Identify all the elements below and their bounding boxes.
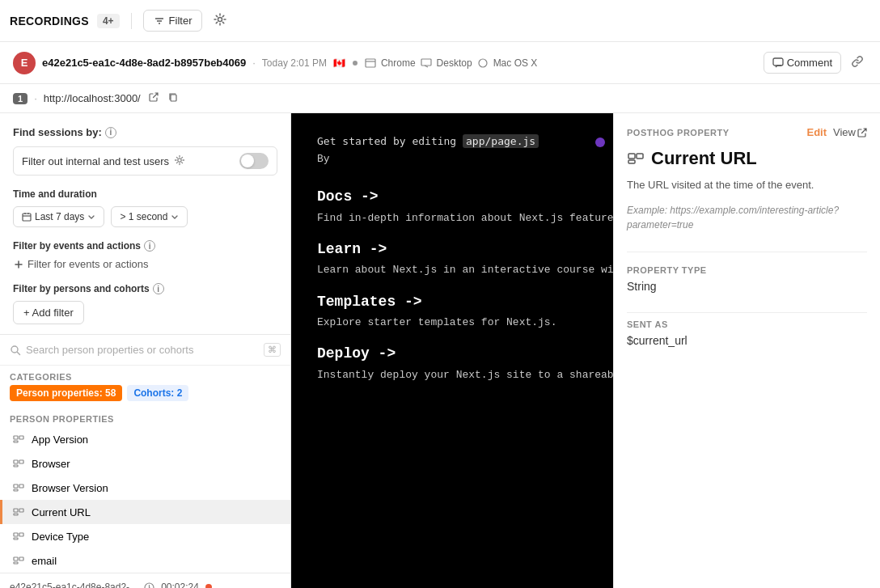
share-link-button[interactable] [848,52,867,74]
property-panel: POSTHOG PROPERTY Edit View [613,113,880,588]
gear-small-icon [174,154,185,166]
prop-icon-email [12,554,25,567]
prop-label-current-url: Current URL [32,506,91,518]
filter-persons-info-icon: i [153,283,164,294]
prop-label-device-type: Device Type [32,531,89,543]
prop-item-browser-version[interactable]: Browser Version [0,476,290,500]
divider-2 [627,312,867,313]
filter-internal-users-row: Filter out internal and test users [13,146,277,176]
svg-rect-42 [628,160,635,163]
filter-persons-title: Filter by persons and cohorts i [13,283,164,294]
svg-rect-28 [19,484,23,488]
flag-icon: 🇨🇦 [333,57,345,69]
sidebar: Find sessions by: i Filter out internal … [0,113,291,588]
prop-panel-header: POSTHOG PROPERTY Edit View [627,126,867,138]
svg-rect-37 [19,557,23,561]
svg-point-4 [353,61,358,66]
recording-dot [205,584,212,588]
keyboard-icon: ⌘ [264,343,281,357]
sent-as-label: SENT AS [627,319,867,329]
svg-point-3 [218,18,222,22]
settings-button[interactable] [210,10,230,32]
duration-button[interactable]: > 1 second [111,206,188,227]
filter-button[interactable]: Filter [143,10,203,32]
prop-panel-desc: The URL visited at the time of the event… [627,177,867,193]
search-icon [10,345,21,356]
find-sessions-info-icon: i [105,127,116,138]
recordings-label: RECORDINGS [10,15,89,27]
prop-icon-app-version [12,433,25,446]
svg-rect-41 [637,154,643,159]
property-dropdown: ⌘ CATEGORIES Person properties: 58 Cohor… [0,334,290,573]
apple-icon [477,57,489,69]
find-sessions-label: Find sessions by: i [13,126,277,138]
svg-line-20 [18,352,20,354]
prop-item-email[interactable]: email [0,548,290,573]
person-props-label: PERSON PROPERTIES [0,408,290,427]
prop-item-app-version[interactable]: App Version [0,427,290,451]
open-url-button[interactable] [147,92,160,104]
add-event-filter-link[interactable]: Filter for events or actions [13,258,277,270]
person-properties-tag[interactable]: Person properties: 58 [10,385,122,401]
svg-rect-33 [14,533,18,536]
external-link-small-icon [857,128,867,137]
session-browser: Chrome [381,57,416,69]
prop-icon-current-url [12,506,25,518]
session-footer-duration: 00:02:24 [161,582,199,588]
svg-rect-13 [23,214,31,221]
divider-1 [627,252,867,252]
copy-url-button[interactable] [167,92,180,104]
filter-icon [154,15,165,27]
svg-rect-35 [14,538,18,539]
svg-point-19 [11,346,18,353]
prop-panel-actions: Edit View [806,126,867,138]
last-7-days-button[interactable]: Last 7 days [13,206,104,227]
filter-toggle[interactable] [239,153,269,169]
session-footer-id: e42e21c5-ea1c-4d8e-8ad2-... [10,582,138,588]
calendar-icon [22,212,32,222]
svg-rect-31 [19,509,23,512]
edit-button[interactable]: Edit [806,126,827,138]
svg-rect-38 [14,562,18,564]
prop-item-browser[interactable]: Browser [0,451,290,476]
cohorts-tag[interactable]: Cohorts: 2 [127,385,188,401]
svg-rect-32 [14,514,18,515]
search-input[interactable] [26,344,259,356]
add-filter-button[interactable]: + Add filter [13,301,84,324]
property-type-label: PROPERTY TYPE [627,265,867,275]
svg-rect-34 [19,533,23,536]
posthog-label: POSTHOG PROPERTY [627,128,730,137]
prop-title-icon [627,150,645,167]
time-section-title: Time and duration [13,188,277,200]
comment-button[interactable]: Comment [764,52,841,74]
right-area: Get started by editing app/page.js By Do… [291,113,880,588]
svg-rect-23 [14,441,18,442]
filter-settings-button[interactable] [174,154,185,168]
svg-rect-24 [14,460,18,463]
svg-rect-27 [14,484,18,488]
browser-icon [365,58,376,68]
session-id: e42e21c5-ea1c-4d8e-8ad2-b8957beb4069 [42,57,246,69]
svg-rect-36 [14,557,18,561]
filter-internal-label: Filter out internal and test users [22,155,169,167]
svg-rect-10 [773,58,783,66]
prop-label-email: email [32,555,57,567]
session-time: Today 2:01 PM [262,57,327,69]
url-number: 1 [13,93,28,104]
recordings-badge: 4+ [97,14,120,28]
gear-icon [214,13,226,26]
view-button[interactable]: View [833,126,867,138]
copy-icon [168,92,178,102]
prop-label-browser: Browser [32,458,70,470]
svg-rect-30 [14,509,18,512]
prop-item-device-type[interactable]: Device Type [0,524,290,548]
filter-events-title: Filter by events and actions i [13,240,155,252]
svg-rect-21 [14,436,18,439]
activity-dot [595,137,605,147]
svg-rect-25 [19,460,23,463]
prop-icon-browser-version [12,481,25,494]
prop-item-current-url[interactable]: Current URL [0,500,290,524]
svg-rect-29 [14,489,18,491]
categories-label: CATEGORIES [0,366,290,385]
prop-icon-device-type [12,530,25,543]
